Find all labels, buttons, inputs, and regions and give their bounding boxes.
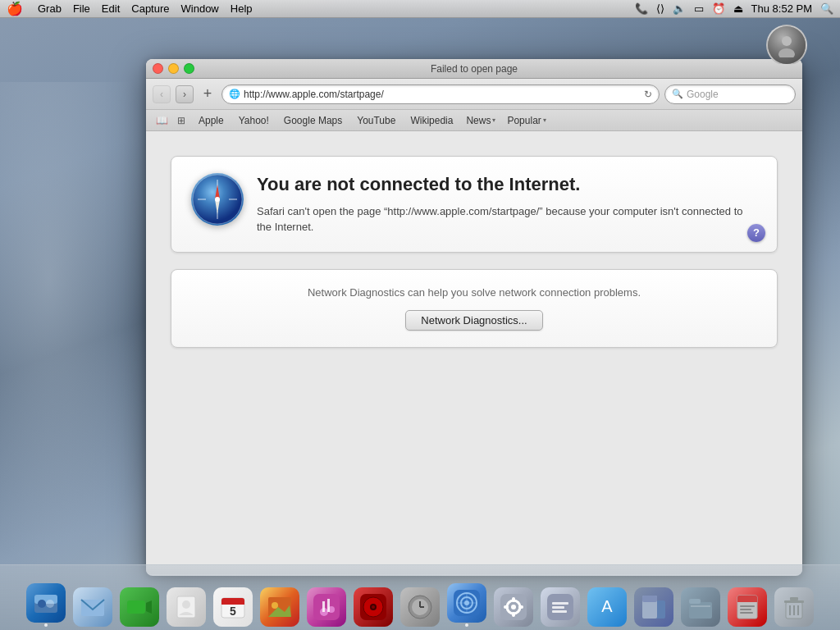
dock-item-ical[interactable]: 5 xyxy=(211,582,255,627)
dock-icon-appstore: A xyxy=(587,587,627,627)
dock-icon-utilities xyxy=(541,587,580,627)
svg-rect-61 xyxy=(689,599,701,604)
user-avatar xyxy=(766,25,807,66)
menu-capture[interactable]: Capture xyxy=(131,2,169,15)
svg-point-12 xyxy=(38,600,46,608)
forward-button[interactable]: › xyxy=(176,85,194,103)
dock-item-trash[interactable] xyxy=(772,582,816,627)
svg-rect-68 xyxy=(740,612,753,614)
dock-icon-stickies xyxy=(634,587,673,627)
dock-icon-ical: 5 xyxy=(213,587,253,627)
dock-icon-mail xyxy=(73,587,112,627)
apple-menu[interactable]: 🍎 xyxy=(7,1,23,16)
bookmark-news-dropdown[interactable]: News ▾ xyxy=(461,113,500,128)
diagnostics-hint: Network Diagnostics can help you solve n… xyxy=(191,286,757,299)
window-maximize-button[interactable] xyxy=(184,63,194,74)
secure-icon: 🌐 xyxy=(229,89,240,99)
dock-icon-folder2 xyxy=(681,587,720,627)
dock-item-finder[interactable] xyxy=(24,582,68,627)
bookmark-popular-dropdown[interactable]: Popular ▾ xyxy=(502,113,550,128)
news-dropdown-arrow: ▾ xyxy=(492,116,495,124)
menu-file[interactable]: File xyxy=(73,2,90,15)
dock-icon-finder xyxy=(26,583,66,623)
top-sites-icon[interactable]: ⊞ xyxy=(172,112,190,129)
dock-item-sysprefs[interactable] xyxy=(491,582,536,627)
dock-item-mail[interactable] xyxy=(71,582,115,627)
add-tab-button[interactable]: + xyxy=(199,85,217,103)
reload-button[interactable]: ↻ xyxy=(644,89,652,100)
dock-item-appstore[interactable]: A xyxy=(585,582,629,627)
dock: 5 xyxy=(0,564,840,630)
menu-help[interactable]: Help xyxy=(231,2,253,15)
svg-point-13 xyxy=(46,600,54,608)
dock-item-dvdplayer[interactable] xyxy=(351,582,395,627)
help-button[interactable]: ? xyxy=(747,224,765,242)
window-minimize-button[interactable] xyxy=(168,63,179,74)
bookmark-wikipedia[interactable]: Wikipedia xyxy=(404,113,459,128)
bookmark-youtube[interactable]: YouTube xyxy=(350,113,402,128)
menubar-eject-icon[interactable]: ⏏ xyxy=(733,2,743,15)
menubar: 🍎 Grab File Edit Capture Window Help 📞 ⟨… xyxy=(0,0,840,18)
search-placeholder: Google xyxy=(687,89,719,100)
page-content: You are not connected to the Internet. S… xyxy=(146,131,802,574)
back-button[interactable]: ‹ xyxy=(153,85,171,103)
svg-point-0 xyxy=(782,36,792,46)
bookmark-apple[interactable]: Apple xyxy=(192,113,231,128)
svg-point-9 xyxy=(215,197,220,202)
dock-item-folder2[interactable] xyxy=(678,582,723,627)
svg-rect-26 xyxy=(313,594,340,620)
dock-item-addressbook[interactable] xyxy=(164,582,208,627)
bookmarks-list-icon[interactable]: 📖 xyxy=(153,112,171,129)
bookmark-googlemaps[interactable]: Google Maps xyxy=(277,113,349,128)
menubar-time: Thu 8:52 PM xyxy=(751,2,812,15)
menubar-code-icon: ⟨⟩ xyxy=(656,2,664,15)
dock-icon-addressbook xyxy=(167,587,206,627)
menubar-display-icon: ▭ xyxy=(694,2,704,15)
dock-item-photos[interactable] xyxy=(258,582,302,627)
dock-item-utilities[interactable] xyxy=(538,582,582,627)
dock-item-network[interactable] xyxy=(445,582,489,627)
error-heading: You are not connected to the Internet. xyxy=(257,173,757,197)
svg-rect-54 xyxy=(552,606,564,609)
search-bar[interactable]: 🔍 Google xyxy=(664,84,796,104)
dock-icon-trash xyxy=(774,587,814,627)
menu-grab[interactable]: Grab xyxy=(38,2,62,15)
dock-item-itunes[interactable] xyxy=(304,582,349,627)
svg-rect-60 xyxy=(689,602,712,619)
window-titlebar: Failed to open page xyxy=(146,59,802,79)
svg-rect-48 xyxy=(512,597,515,602)
svg-rect-51 xyxy=(518,605,523,609)
svg-point-24 xyxy=(272,602,278,609)
diagnostics-box: Network Diagnostics can help you solve n… xyxy=(171,269,778,348)
svg-point-1 xyxy=(778,48,795,57)
dock-dot-finder xyxy=(44,623,48,627)
svg-rect-50 xyxy=(504,605,509,609)
window-close-button[interactable] xyxy=(153,63,163,74)
network-diagnostics-button[interactable]: Network Diagnostics... xyxy=(405,310,542,331)
svg-rect-67 xyxy=(740,609,751,610)
bookmark-yahoo[interactable]: Yahoo! xyxy=(232,113,276,128)
menu-edit[interactable]: Edit xyxy=(102,2,120,15)
menubar-volume-icon[interactable]: 🔈 xyxy=(673,2,686,15)
menubar-spotlight-icon[interactable]: 🔍 xyxy=(820,2,833,15)
dock-icon-facetime xyxy=(120,587,159,627)
dock-icon-photos xyxy=(260,587,299,627)
svg-rect-29 xyxy=(327,599,330,612)
svg-marker-16 xyxy=(146,600,152,614)
svg-text:A: A xyxy=(601,597,613,615)
menu-window[interactable]: Window xyxy=(181,2,219,15)
svg-rect-62 xyxy=(691,605,710,607)
bookmarks-bar: 📖 ⊞ Apple Yahoo! Google Maps YouTube Wik… xyxy=(146,110,802,131)
svg-rect-70 xyxy=(784,600,804,603)
svg-rect-30 xyxy=(322,601,325,612)
dock-item-stickies[interactable] xyxy=(632,582,676,627)
address-bar[interactable]: 🌐 http://www.apple.com/startpage/ ↻ xyxy=(221,84,660,104)
error-body: Safari can't open the page “http://www.a… xyxy=(257,203,757,235)
dock-item-timemachine[interactable] xyxy=(398,582,442,627)
dock-item-facetime[interactable] xyxy=(117,582,162,627)
dock-icon-timemachine xyxy=(400,587,440,627)
dock-icon-itunes xyxy=(307,587,346,627)
dock-item-acrobat[interactable] xyxy=(725,582,769,627)
popular-dropdown-arrow: ▾ xyxy=(543,116,546,124)
browser-toolbar: ‹ › + 🌐 http://www.apple.com/startpage/ … xyxy=(146,79,802,110)
